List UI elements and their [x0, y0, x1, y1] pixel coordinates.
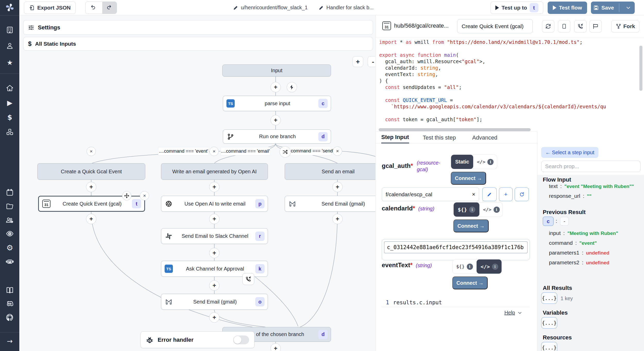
add-resource-button[interactable]: + [499, 187, 513, 201]
suspend-step-badge[interactable] [242, 273, 254, 285]
remove-branch-button[interactable]: × [87, 147, 96, 156]
previous-step-badge[interactable]: c [543, 217, 554, 226]
add-step-button[interactable]: + [209, 312, 219, 323]
save-dropdown-button[interactable] [622, 2, 635, 14]
add-step-button[interactable]: + [209, 248, 219, 258]
add-step-button[interactable]: + [270, 82, 281, 92]
sidebar-item-discord[interactable] [4, 298, 15, 309]
tab-advanced[interactable]: Advanced [472, 132, 497, 143]
prop-entry[interactable]: input:"Meeting with Ruben" [549, 230, 642, 240]
node-run-one-branch[interactable]: Run one branch d [223, 129, 331, 144]
sidebar-item-workers[interactable] [4, 256, 15, 267]
resources-expand-button[interactable]: {...} [541, 342, 557, 351]
flow-path-breadcrumb[interactable]: u/henricourdent/flow_slack_1 [233, 0, 308, 15]
code-mode-button[interactable]: </> i [473, 155, 497, 169]
node-input[interactable]: Input [222, 64, 331, 77]
fork-button[interactable]: Fork [611, 20, 639, 32]
static-mode-button[interactable]: Static [451, 155, 473, 169]
all-results-expand-button[interactable]: {...} [541, 292, 557, 304]
reload-script-button[interactable] [542, 20, 554, 32]
interpolate-mode-button[interactable]: ${} i [454, 202, 479, 217]
zoom-in-button[interactable]: + [352, 56, 363, 67]
search-prop-input[interactable] [541, 161, 641, 172]
add-step-button[interactable]: + [86, 214, 96, 224]
test-flow-button[interactable]: Test flow [548, 2, 587, 14]
swap-branches-button[interactable] [279, 146, 291, 158]
prop-entry[interactable]: text:"event "Meeting with Ruben"" [549, 183, 642, 193]
resource-picker-input[interactable]: f/calendar/escp_cal × [382, 187, 479, 201]
calendarId-value-input[interactable]: c_0312442e881ae6fcf1dec23f54916a389f1c17… [384, 241, 528, 253]
sidebar-item-github[interactable] [4, 312, 15, 323]
sidebar-item-schedules[interactable] [4, 187, 15, 198]
prop-entry[interactable]: parameters1:undefined [549, 250, 642, 259]
edit-resource-button[interactable] [482, 187, 497, 201]
add-step-button[interactable]: + [332, 214, 343, 224]
branch-header-gcal[interactable]: Create a Quick Gcal Event [37, 163, 145, 180]
code-mode-button[interactable]: </> i [477, 259, 502, 274]
prop-entry[interactable]: command:"event" [549, 240, 642, 250]
add-step-button[interactable]: + [209, 214, 219, 224]
tab-step-input[interactable]: Step Input [381, 132, 409, 143]
clear-resource-icon[interactable]: × [472, 191, 475, 198]
step-name-input[interactable] [457, 19, 533, 33]
sidebar-item-docs[interactable] [4, 285, 15, 296]
tab-test-this-step[interactable]: Test this step [423, 132, 456, 143]
sidebar-item-variables[interactable]: $ [4, 112, 15, 123]
help-link[interactable]: Help [504, 310, 522, 316]
flow-input-entries[interactable]: text:"event "Meeting with Ruben""respons… [549, 183, 642, 203]
node-send-gmail-right[interactable]: Send Email (gmail) [285, 196, 376, 212]
undo-button[interactable] [86, 2, 100, 14]
code-mode-button[interactable]: </> i [479, 202, 503, 217]
zoom-out-button[interactable]: - [368, 56, 376, 67]
code-editor[interactable]: import * as wmill from "https://deno.lan… [379, 39, 637, 123]
sidebar-item-audit-logs[interactable] [4, 228, 15, 239]
add-step-button[interactable]: + [209, 182, 219, 192]
interpolate-mode-button[interactable]: ${} i [453, 259, 477, 274]
prop-entry[interactable]: parameters2:undefined [549, 259, 642, 269]
export-json-button[interactable]: Export JSON [24, 2, 76, 14]
add-step-button[interactable]: + [86, 182, 96, 192]
remove-branch-button[interactable]: × [333, 146, 342, 156]
sidebar-item-folders[interactable] [4, 201, 15, 212]
node-openai-write[interactable]: Use Open AI to write email p [161, 196, 268, 212]
save-button[interactable]: Save [591, 2, 616, 14]
suspend-button[interactable] [574, 20, 587, 32]
redo-button[interactable] [102, 2, 117, 14]
sidebar-item-groups[interactable] [4, 215, 15, 226]
delete-node-button[interactable]: × [140, 191, 149, 200]
select-step-input-button[interactable]: ← Select a step input [541, 147, 598, 158]
branch-header-openai[interactable]: Write an email generated by Open AI [161, 163, 268, 180]
flow-summary-breadcrumb[interactable]: Handler for slack b... [319, 0, 374, 15]
previous-result-entries[interactable]: input:"Meeting with Ruben"command:"event… [549, 230, 642, 269]
branch-condition-event[interactable]: ....command === 'event' [158, 147, 209, 156]
connect-button-gcal-auth[interactable]: Connect → [451, 172, 486, 185]
test-up-to-button[interactable]: Test up to t [490, 2, 543, 14]
sidebar-item-workspace[interactable] [4, 25, 15, 35]
trigger-bolt-button[interactable] [287, 82, 297, 92]
add-step-button[interactable]: + [332, 182, 343, 192]
sidebar-item-settings[interactable]: ⚙ [4, 242, 15, 253]
sidebar-collapse-icon[interactable]: → [4, 336, 15, 346]
flow-canvas[interactable]: Settings $ All Static Inputs + - Input + [19, 15, 376, 351]
node-slack-channel[interactable]: Send Email to Slack Channel r [161, 228, 268, 244]
code-horizontal-scrollbar[interactable] [379, 128, 531, 131]
connect-button-calendarId[interactable]: Connect → [453, 219, 489, 232]
branch-header-send[interactable]: Send an email [285, 163, 376, 180]
windmill-logo-icon[interactable] [4, 2, 15, 13]
node-parse-input[interactable]: TS parse input c [223, 96, 331, 111]
remove-branch-button[interactable]: × [209, 147, 219, 156]
sidebar-item-home[interactable] [4, 83, 15, 94]
sleep-button[interactable] [589, 20, 602, 32]
node-send-gmail-mid[interactable]: Send Email (gmail) o [161, 294, 268, 310]
refresh-resource-button[interactable] [515, 187, 529, 201]
branch-condition-email[interactable]: ....command === 'email' [221, 147, 270, 156]
add-step-button[interactable]: + [209, 280, 219, 291]
sidebar-item-favorites[interactable]: ★ [4, 57, 15, 68]
eventText-expression-editor[interactable]: 1 results.c.input [382, 298, 530, 307]
sidebar-item-user[interactable] [4, 40, 15, 51]
move-node-handle[interactable] [122, 191, 131, 200]
connect-button-eventText[interactable]: Connect → [452, 276, 488, 289]
variables-expand-button[interactable]: {...} [541, 317, 557, 329]
branch-condition-send[interactable]: ....command === 'send' [288, 147, 331, 155]
error-handler-toggle[interactable] [233, 336, 249, 344]
